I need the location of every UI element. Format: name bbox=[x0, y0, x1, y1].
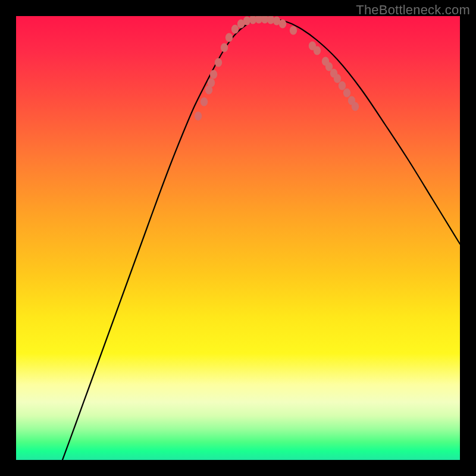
curve-marker bbox=[208, 79, 215, 87]
curve-marker bbox=[231, 25, 239, 34]
curve-marker bbox=[226, 33, 233, 42]
marker-group bbox=[195, 16, 359, 120]
curve-marker bbox=[195, 112, 202, 121]
curve-marker bbox=[343, 89, 350, 98]
curve-marker bbox=[339, 82, 346, 90]
curve-marker bbox=[352, 102, 359, 111]
chart-svg bbox=[16, 16, 460, 460]
curve-marker bbox=[314, 46, 321, 55]
curve-marker bbox=[201, 98, 208, 107]
curve-marker bbox=[334, 74, 341, 83]
curve-marker bbox=[221, 43, 228, 52]
curve-marker bbox=[210, 70, 217, 79]
curve-marker bbox=[290, 26, 297, 35]
plot-area bbox=[16, 16, 460, 460]
curve-marker bbox=[215, 58, 222, 67]
bottleneck-curve bbox=[62, 19, 460, 460]
curve-marker bbox=[279, 20, 286, 29]
watermark-text: TheBottleneck.com bbox=[356, 2, 470, 18]
chart-frame: TheBottleneck.com bbox=[0, 0, 476, 476]
